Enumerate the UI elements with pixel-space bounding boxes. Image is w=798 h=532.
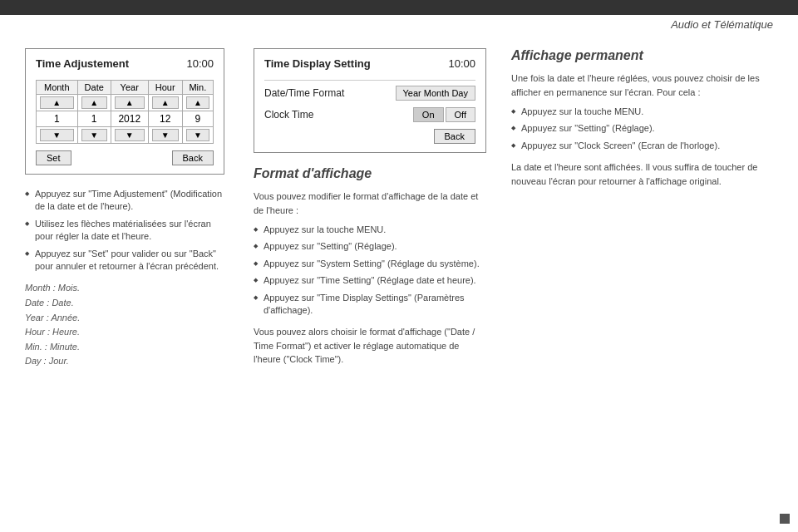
permanent-body: Une fois la date et l'heure réglées, vou… [511, 71, 781, 99]
right-section: Affichage permanent Une fois la date et … [499, 15, 798, 532]
right-bullet-3: Appuyez sur "Clock Screen" (Ecran de l'h… [511, 140, 781, 152]
center-section: Time Display Setting 10:00 Date/Time For… [241, 15, 499, 532]
col-year: Year [111, 81, 148, 95]
time-adj-time: 10:00 [186, 57, 214, 70]
hour-down-btn[interactable]: ▼ [152, 129, 179, 141]
clock-time-row: Clock Time On Off [264, 107, 475, 122]
permanent-heading: Affichage permanent [511, 48, 781, 63]
time-adj-table: Month Date Year Hour Min. ▲ ▲ ▲ ▲ ▲ [36, 80, 214, 144]
year-down-btn[interactable]: ▼ [115, 129, 145, 141]
right-bullet-1: Appuyez sur la touche MENU. [511, 106, 781, 118]
col-min: Min. [182, 81, 213, 95]
left-bullet-3: Appuyez sur "Set" pour valider ou sur "B… [25, 248, 224, 273]
left-bullet-2: Utilisez les flèches matérialisées sur l… [25, 218, 224, 244]
clock-time-label: Clock Time [264, 109, 313, 121]
display-dialog-title: Time Display Setting [264, 57, 371, 70]
left-bullet-list: Appuyez sur "Time Adjustement" (Modifica… [25, 188, 224, 273]
date-time-format-label: Date/Time Format [264, 87, 344, 99]
clock-time-toggle: On Off [413, 107, 475, 122]
min-value: 9 [182, 111, 213, 127]
format-heading: Format d'affichage [254, 166, 486, 181]
center-bullet-2: Appuyez sur "Setting" (Réglage). [254, 240, 486, 253]
back-button-left[interactable]: Back [172, 150, 214, 165]
display-dialog-time: 10:00 [448, 57, 475, 70]
col-date: Date [77, 81, 111, 95]
col-month: Month [37, 81, 78, 95]
format-footer: Vous pouvez alors choisir le format d'af… [254, 325, 486, 367]
right-bullet-list: Appuyez sur la touche MENU. Appuyez sur … [511, 106, 781, 152]
display-dialog-title-row: Time Display Setting 10:00 [264, 57, 475, 73]
year-up-btn[interactable]: ▲ [115, 96, 145, 109]
min-up-btn[interactable]: ▲ [186, 96, 209, 109]
gloss-date: Date : Date. [25, 296, 224, 311]
hour-value: 12 [148, 111, 182, 127]
bottom-right-indicator [780, 514, 790, 524]
clock-on-btn[interactable]: On [413, 107, 444, 122]
glossary: Month : Mois. Date : Date. Year : Année.… [25, 281, 224, 369]
clock-off-btn[interactable]: Off [446, 107, 475, 122]
min-down-btn[interactable]: ▼ [186, 129, 209, 141]
center-bullet-1: Appuyez sur la touche MENU. [254, 224, 486, 236]
left-bullet-1: Appuyez sur "Time Adjustement" (Modifica… [25, 188, 224, 214]
gloss-year: Year : Année. [25, 311, 224, 326]
left-section: Time Adjustement 10:00 Month Date Year H… [0, 15, 241, 532]
gloss-month: Month : Mois. [25, 281, 224, 296]
gloss-hour: Hour : Heure. [25, 325, 224, 340]
set-button[interactable]: Set [36, 150, 71, 165]
values-row: 1 1 2012 12 9 [37, 111, 214, 127]
center-bullet-3: Appuyez sur "System Setting" (Réglage du… [254, 258, 486, 270]
month-down-btn[interactable]: ▼ [40, 129, 74, 141]
dialog-divider [264, 80, 475, 81]
gloss-day: Day : Jour. [25, 354, 224, 369]
right-bullet-2: Appuyez sur "Setting" (Réglage). [511, 122, 781, 135]
main-content: Time Adjustement 10:00 Month Date Year H… [0, 15, 798, 532]
top-bar [0, 0, 798, 15]
date-down-btn[interactable]: ▼ [81, 129, 107, 141]
gloss-min: Min. : Minute. [25, 340, 224, 355]
col-hour: Hour [148, 81, 182, 95]
time-adjustment-dialog: Time Adjustement 10:00 Month Date Year H… [25, 48, 224, 175]
center-bullet-list: Appuyez sur la touche MENU. Appuyez sur … [254, 224, 486, 317]
dialog-title-row: Time Adjustement 10:00 [36, 57, 214, 73]
display-back-row: Back [264, 129, 475, 144]
center-bullet-5: Appuyez sur "Time Display Settings" (Par… [254, 292, 486, 318]
date-time-format-value: Year Month Day [396, 86, 475, 101]
down-arrows-row: ▼ ▼ ▼ ▼ ▼ [37, 127, 214, 144]
date-time-format-row: Date/Time Format Year Month Day [264, 86, 475, 101]
center-bullet-4: Appuyez sur "Time Setting" (Réglage date… [254, 274, 486, 287]
month-value: 1 [37, 111, 78, 127]
dialog-footer: Set Back [36, 150, 214, 165]
time-display-dialog: Time Display Setting 10:00 Date/Time For… [254, 48, 486, 153]
year-value: 2012 [111, 111, 148, 127]
date-value: 1 [77, 111, 111, 127]
back-button-center[interactable]: Back [434, 129, 475, 144]
hour-up-btn[interactable]: ▲ [152, 96, 179, 109]
up-arrows-row: ▲ ▲ ▲ ▲ ▲ [37, 95, 214, 111]
month-up-btn[interactable]: ▲ [40, 96, 74, 109]
time-adj-title: Time Adjustement [36, 57, 129, 70]
format-body: Vous pouvez modifier le format d'afficha… [254, 190, 486, 217]
permanent-footer: La date et l'heure sont affichées. Il vo… [511, 160, 781, 188]
date-up-btn[interactable]: ▲ [81, 96, 107, 109]
